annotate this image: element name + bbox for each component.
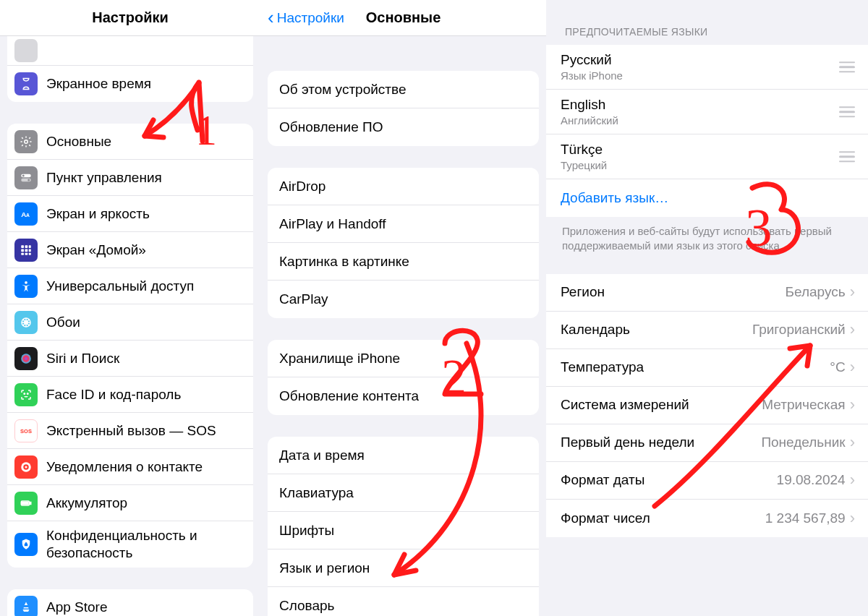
general-row-label: AirPlay и Handoff (279, 216, 386, 232)
settings-row-switches[interactable]: Пункт управления (7, 160, 253, 196)
settings-group-store: App Store (7, 589, 253, 617)
grid-icon (14, 239, 38, 262)
svg-point-0 (25, 140, 28, 143)
general-row[interactable]: Клавиатура (268, 474, 539, 512)
svg-point-4 (27, 179, 30, 181)
general-row[interactable]: AirPlay и Handoff (268, 205, 539, 243)
region-row[interactable]: Первый день неделиПонедельник› (546, 424, 868, 462)
screentime-row[interactable]: Экранное время (7, 66, 253, 102)
row-blank-prev[interactable] (7, 36, 253, 66)
general-row[interactable]: Обновление контента (268, 377, 539, 415)
settings-row-siri[interactable]: Siri и Поиск (7, 341, 253, 377)
placeholder-icon (14, 39, 38, 62)
general-row[interactable]: Обновление ПО (268, 108, 539, 146)
general-row-label: Хранилище iPhone (279, 351, 400, 367)
general-row[interactable]: Шрифты (268, 512, 539, 549)
svg-rect-11 (25, 249, 28, 252)
preferred-langs-header: Предпочитаемые языки (546, 26, 868, 45)
region-row[interactable]: КалендарьГригорианский› (546, 312, 868, 349)
back-label: Настройки (277, 10, 344, 26)
chevron-right-icon: › (850, 395, 855, 414)
language-row[interactable]: РусскийЯзык iPhone (546, 45, 868, 90)
region-row[interactable]: РегионБеларусь› (546, 274, 868, 312)
region-row[interactable]: Температура°C› (546, 349, 868, 387)
region-row-value: 19.08.2024 (777, 472, 846, 488)
region-row[interactable]: Формат чисел1 234 567,89› (546, 500, 868, 537)
svg-rect-28 (22, 502, 28, 504)
region-row[interactable]: Система измеренийМетрическая› (546, 387, 868, 424)
settings-row-wallpaper[interactable]: Обои (7, 304, 253, 341)
settings-root-pane: Настройки Экранное время ОсновныеПункт у… (0, 0, 260, 616)
siri-icon (14, 347, 38, 370)
appstore-row[interactable]: App Store (7, 589, 253, 617)
region-row[interactable]: Формат даты19.08.2024› (546, 462, 868, 500)
settings-row-accessibility[interactable]: Универсальный доступ (7, 268, 253, 304)
faceid-icon (14, 383, 38, 406)
language-row[interactable]: TürkçeТурецкий (546, 134, 868, 179)
accessibility-icon (14, 275, 38, 298)
general-row[interactable]: Хранилище iPhone (268, 340, 539, 377)
settings-row-label: Siri и Поиск (46, 350, 243, 367)
chevron-right-icon: › (850, 433, 855, 452)
chevron-right-icon: › (850, 283, 855, 301)
settings-row-battery[interactable]: Аккумулятор (7, 485, 253, 521)
general-row[interactable]: AirDrop (268, 168, 539, 205)
general-group-about: Об этом устройствеОбновление ПО (268, 71, 539, 146)
region-row-value: °C (830, 359, 845, 375)
settings-row-faceid[interactable]: Face ID и код-пароль (7, 377, 253, 413)
hourglass-icon (14, 72, 38, 95)
back-button[interactable]: ‹ Настройки (268, 7, 344, 29)
settings-row-text-size[interactable]: AAЭкран и яркость (7, 196, 253, 232)
add-language-label: Добавить язык… (561, 190, 668, 206)
general-row[interactable]: Об этом устройстве (268, 71, 539, 108)
contact-notif-icon (14, 455, 38, 479)
svg-rect-14 (25, 252, 28, 254)
general-row-label: Обновление контента (279, 388, 419, 404)
region-row-label: Формат чисел (561, 510, 765, 526)
region-settings-group: РегионБеларусь›КалендарьГригорианский›Те… (546, 274, 868, 537)
settings-group-main: ОсновныеПункт управленияAAЭкран и яркост… (7, 124, 253, 568)
general-row[interactable]: Картинка в картинке (268, 243, 539, 281)
general-row-label: Дата и время (279, 448, 365, 463)
language-row[interactable]: EnglishАнглийский (546, 90, 868, 134)
settings-row-gear[interactable]: Основные (7, 124, 253, 160)
reorder-handle-icon[interactable] (839, 106, 855, 118)
region-row-label: Календарь (561, 322, 752, 338)
general-group-storage: Хранилище iPhoneОбновление контента (268, 340, 539, 415)
switches-icon (14, 166, 38, 189)
reorder-handle-icon[interactable] (839, 61, 855, 73)
settings-row-sos[interactable]: SOSЭкстренный вызов — SOS (7, 413, 253, 449)
chevron-left-icon: ‹ (268, 7, 274, 29)
sos-icon: SOS (14, 419, 38, 442)
page-title: Настройки (0, 0, 260, 36)
svg-point-16 (25, 281, 27, 283)
general-row-label: Картинка в картинке (279, 254, 409, 270)
general-row[interactable]: Словарь (268, 587, 539, 616)
general-row[interactable]: Дата и время (268, 437, 539, 474)
svg-rect-27 (30, 502, 31, 504)
svg-text:A: A (26, 212, 30, 217)
general-row-label: Клавиатура (279, 485, 354, 501)
svg-rect-9 (29, 245, 31, 248)
settings-row-grid[interactable]: Экран «Домой» (7, 232, 253, 268)
region-row-value: Понедельник (761, 435, 845, 450)
general-row[interactable]: CarPlay (268, 281, 539, 318)
language-name: Türkçe (561, 142, 603, 158)
general-row-label: AirDrop (279, 179, 326, 194)
svg-rect-10 (21, 249, 24, 252)
general-row-label: Язык и регион (279, 560, 370, 576)
appstore-icon (14, 596, 38, 617)
gear-icon (14, 130, 38, 153)
settings-row-privacy[interactable]: Конфиденциальность и безопасность (7, 521, 253, 568)
general-row[interactable]: Язык и регион (268, 549, 539, 587)
settings-row-label: Face ID и код-пароль (46, 386, 243, 403)
settings-row-label: Пункт управления (46, 169, 243, 187)
region-row-label: Формат даты (561, 472, 777, 488)
settings-row-contact-notif[interactable]: Уведомления о контакте (7, 449, 253, 485)
languages-footer-note: Приложения и веб-сайты будут использоват… (546, 217, 868, 254)
settings-row-label: Основные (46, 133, 243, 150)
language-name: English (561, 97, 605, 113)
reorder-handle-icon[interactable] (839, 151, 855, 163)
add-language-row[interactable]: Добавить язык… (546, 179, 868, 217)
region-row-label: Система измерений (561, 397, 762, 413)
